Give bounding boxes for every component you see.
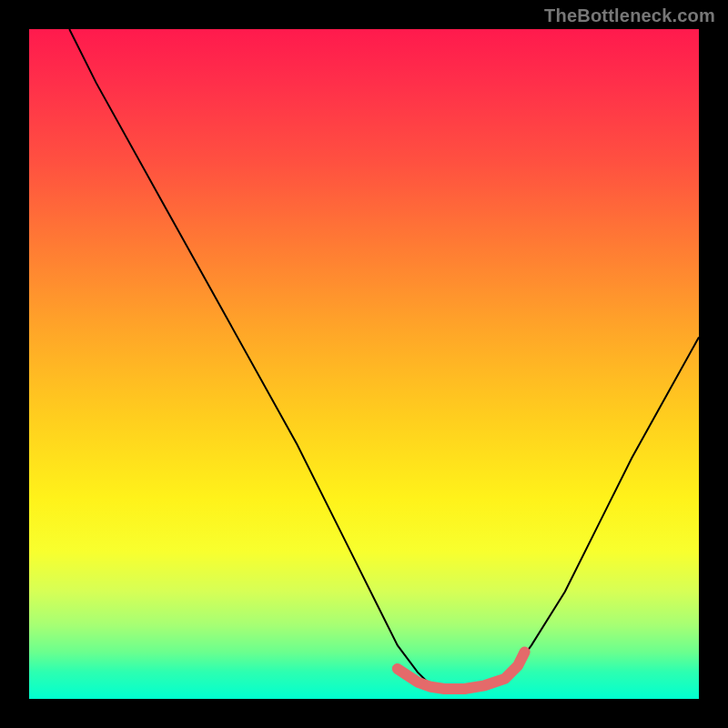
watermark-text: TheBottleneck.com [544,5,715,26]
chart-svg [29,29,699,699]
bottleneck-curve [69,29,699,689]
plot-area [29,29,699,699]
chart-frame: TheBottleneck.com [0,0,728,728]
